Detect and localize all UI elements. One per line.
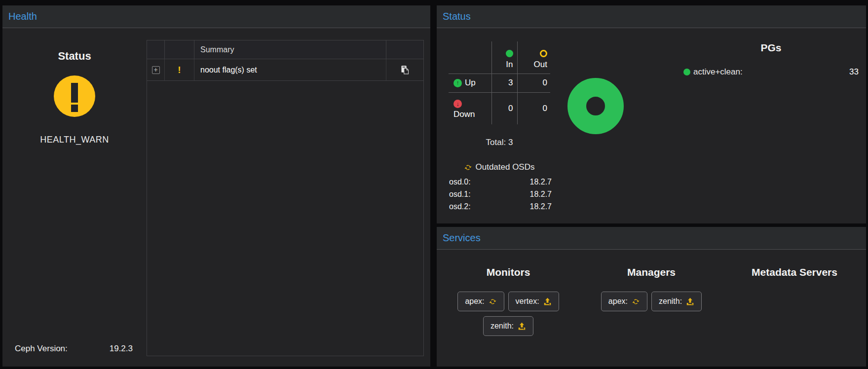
metadata-servers-column: Metadata Servers: [723, 250, 866, 366]
health-summary-grid: Summary + ! noout flag(s) set: [147, 40, 424, 356]
health-status-heading: Status: [2, 50, 147, 63]
monitor-vertex-button[interactable]: vertex:: [508, 292, 559, 311]
managers-heading: Managers: [580, 266, 723, 278]
osd-name: osd.0:: [449, 176, 471, 188]
health-status-value: HEALTH_WARN: [2, 135, 147, 145]
down-row-label: Down: [453, 110, 491, 119]
monitors-heading: Monitors: [437, 266, 580, 278]
osd-name: osd.1:: [449, 188, 471, 200]
manager-apex-button[interactable]: apex:: [601, 292, 647, 311]
osd-name: osd.2:: [449, 200, 471, 213]
monitors-column: Monitors apex: vertex: zenith:: [437, 250, 580, 366]
grid-header-action-col: [386, 40, 423, 59]
osd-down-row: ↓ Down 0 0: [449, 92, 550, 124]
arrow-down-circle-icon: ↓: [453, 100, 462, 108]
services-panel-title: Services: [443, 232, 481, 244]
warning-exclamation-dot: [71, 105, 78, 112]
refresh-icon: [489, 297, 497, 306]
grid-header-expand-col: [147, 40, 165, 59]
managers-column: Managers apex: zenith:: [580, 250, 723, 366]
osd-up-in-count: 3: [491, 74, 517, 92]
in-dot-icon: [506, 50, 513, 57]
refresh-icon: [464, 163, 472, 172]
manager-zenith-button[interactable]: zenith:: [651, 292, 702, 311]
monitor-zenith-button[interactable]: zenith:: [483, 316, 533, 336]
ceph-version-value: 19.2.3: [110, 344, 133, 354]
osd-version-row: osd.1: 18.2.7: [449, 188, 552, 200]
outdated-osds-list: osd.0: 18.2.7 osd.1: 18.2.7 osd.2: 18.2.…: [449, 176, 552, 213]
warning-summary-text: noout flag(s) set: [194, 59, 386, 80]
osd-version: 18.2.7: [530, 188, 552, 200]
copy-icon[interactable]: [400, 65, 410, 75]
upload-icon: [686, 297, 694, 306]
pgs-legend-item: active+clean: 33: [683, 67, 859, 77]
health-panel-title: Health: [8, 11, 37, 22]
services-panel-header: Services: [437, 227, 866, 250]
legend-value: 33: [849, 67, 859, 77]
pgs-heading: PGs: [683, 42, 859, 54]
osd-inout-table: In Out ↑ Up: [449, 41, 550, 124]
arrow-up-circle-icon: ↑: [453, 79, 462, 87]
osd-total-text: Total: 3: [449, 138, 550, 148]
osd-down-out-count: 0: [517, 92, 550, 124]
health-warning-row[interactable]: + ! noout flag(s) set: [147, 59, 423, 81]
osd-up-row: ↑ Up 3 0: [449, 74, 550, 92]
upload-icon: [518, 322, 526, 331]
legend-dot-icon: [683, 69, 690, 75]
osd-version: 18.2.7: [530, 200, 552, 213]
health-panel: Health Status HEALTH_WARN Ceph Version: …: [2, 5, 430, 367]
warning-exclamation-icon: !: [178, 65, 181, 75]
grid-header-severity-col: [165, 40, 194, 59]
osd-version-row: osd.0: 18.2.7: [449, 176, 552, 188]
ceph-dashboard: Health Status HEALTH_WARN Ceph Version: …: [0, 0, 868, 369]
metadata-servers-heading: Metadata Servers: [723, 266, 866, 278]
status-panel-title: Status: [443, 11, 471, 22]
ceph-version-label: Ceph Version:: [15, 344, 68, 354]
services-panel: Services Monitors apex: vertex: zenith:: [437, 227, 866, 367]
outdated-osds-heading: Outdated OSDs: [449, 162, 550, 172]
pgs-legend-box: PGs active+clean: 33: [683, 42, 859, 77]
in-column-label: In: [506, 60, 513, 70]
osd-down-in-count: 0: [491, 92, 517, 124]
osd-version: 18.2.7: [530, 176, 552, 188]
status-panel-header: Status: [437, 5, 866, 28]
osd-version-row: osd.2: 18.2.7: [449, 200, 552, 213]
status-panel: Status In Out: [437, 5, 866, 223]
warning-circle-icon: [54, 75, 95, 117]
osd-table-header-row: In Out: [449, 41, 550, 74]
legend-label: active+clean:: [693, 67, 743, 77]
health-status-column: Status HEALTH_WARN Ceph Version: 19.2.3: [2, 28, 147, 145]
monitor-apex-button[interactable]: apex:: [457, 292, 504, 311]
grid-header-summary[interactable]: Summary: [194, 40, 386, 59]
refresh-icon: [632, 297, 640, 306]
osd-up-out-count: 0: [517, 74, 550, 92]
grid-header-row: Summary: [147, 40, 423, 59]
out-column-label: Out: [534, 60, 547, 70]
status-panel-body: In Out ↑ Up: [437, 28, 866, 223]
up-row-label: Up: [465, 78, 476, 88]
ceph-version-row: Ceph Version: 19.2.3: [2, 344, 133, 354]
health-panel-body: Status HEALTH_WARN Ceph Version: 19.2.3 …: [2, 28, 430, 366]
upload-icon: [543, 297, 552, 306]
warning-exclamation-bar: [71, 83, 78, 103]
pgs-donut-chart: [567, 78, 624, 134]
health-panel-header: Health: [2, 5, 430, 28]
expand-row-icon[interactable]: +: [152, 66, 160, 74]
out-ring-icon: [540, 50, 547, 57]
services-panel-body: Monitors apex: vertex: zenith:: [437, 250, 866, 366]
